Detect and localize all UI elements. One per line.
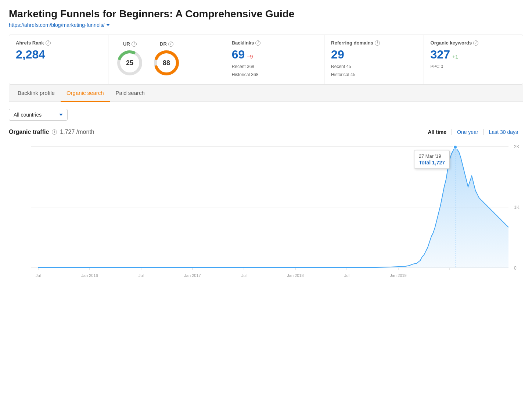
ur-gauge: UR i 25 <box>115 41 144 78</box>
svg-point-30 <box>453 145 457 149</box>
svg-text:Jan 2016: Jan 2016 <box>81 273 98 278</box>
country-select[interactable]: All countries <box>9 109 68 121</box>
svg-text:2K: 2K <box>514 144 520 149</box>
traffic-header: Organic traffic i 1,727 /month All time … <box>9 129 523 135</box>
ahrefs-rank-label: Ahrefs Rank i <box>16 40 101 46</box>
tab-organic-search[interactable]: Organic search <box>61 85 110 102</box>
ahrefs-rank-value: 2,284 <box>16 48 101 61</box>
organic-keywords-label: Organic keywords i <box>431 40 516 46</box>
svg-text:88: 88 <box>163 59 170 67</box>
svg-text:Jul: Jul <box>344 273 349 278</box>
time-filter-last-30-days[interactable]: Last 30 days <box>484 129 523 135</box>
referring-domains-label: Referring domains i <box>331 40 417 46</box>
traffic-label: Organic traffic <box>9 129 49 135</box>
traffic-value: 1,727 /month <box>60 129 94 135</box>
svg-text:Jan 2019: Jan 2019 <box>390 273 406 278</box>
chart-container: 2K 1K 0 Jul Jan 2016 Jul Jan 2017 Jul Ja… <box>9 139 523 279</box>
country-select-label: All countries <box>14 112 42 118</box>
stat-backlinks: Backlinks i 69 −9 Recent 368 Historical … <box>225 35 324 84</box>
backlinks-value: 69 −9 <box>232 48 317 61</box>
svg-text:Jan 2018: Jan 2018 <box>287 273 303 278</box>
dr-info-icon[interactable]: i <box>168 42 173 47</box>
tooltip-total: Total 1,727 <box>419 160 445 165</box>
tabs-bar: Backlink profile Organic search Paid sea… <box>9 85 523 102</box>
page-title: Marketing Funnels for Beginners: A Compr… <box>9 7 523 21</box>
tab-backlink-profile[interactable]: Backlink profile <box>12 85 61 102</box>
dr-gauge-svg: 88 <box>152 48 181 78</box>
svg-text:Jan 2017: Jan 2017 <box>184 273 201 278</box>
url-text: https://ahrefs.com/blog/marketing-funnel… <box>9 22 105 28</box>
backlinks-sub: Recent 368 Historical 368 <box>232 63 317 79</box>
time-filter-one-year[interactable]: One year <box>452 129 484 135</box>
backlinks-label: Backlinks i <box>232 40 317 46</box>
backlinks-info-icon[interactable]: i <box>255 40 260 46</box>
svg-text:Jul: Jul <box>241 273 247 278</box>
time-filter-all-time[interactable]: All time <box>423 129 452 135</box>
svg-text:Jul: Jul <box>36 273 41 278</box>
backlinks-delta: −9 <box>247 54 253 60</box>
referring-domains-sub: Recent 45 Historical 45 <box>331 63 417 79</box>
chart-tooltip: 27 Mar '19 Total 1,727 <box>414 150 450 169</box>
time-filters: All time One year Last 30 days <box>423 129 523 135</box>
tab-paid-search[interactable]: Paid search <box>110 85 151 102</box>
url-chevron-icon <box>106 24 110 26</box>
stat-referring-domains: Referring domains i 29 Recent 45 Histori… <box>324 35 424 84</box>
stat-organic-keywords: Organic keywords i 327 +1 PPC 0 <box>424 35 523 84</box>
organic-keywords-value: 327 +1 <box>431 48 516 61</box>
dr-gauge: DR i 88 <box>152 41 181 78</box>
traffic-info-icon[interactable]: i <box>52 129 57 135</box>
dr-label: DR i <box>160 41 173 47</box>
organic-keywords-sub: PPC 0 <box>431 63 516 71</box>
tooltip-date: 27 Mar '19 <box>419 153 445 159</box>
country-select-chevron-icon <box>59 114 63 116</box>
referring-domains-info-icon[interactable]: i <box>375 40 380 46</box>
referring-domains-value: 29 <box>331 48 417 61</box>
stat-ahrefs-rank: Ahrefs Rank i 2,284 <box>9 35 108 84</box>
ur-gauge-svg: 25 <box>115 48 144 78</box>
svg-text:1K: 1K <box>514 205 520 210</box>
ur-dr-cell: UR i 25 DR i 88 <box>108 35 225 84</box>
ur-label: UR i <box>123 41 137 47</box>
svg-text:0: 0 <box>514 266 517 271</box>
svg-text:25: 25 <box>126 59 133 67</box>
stats-row: Ahrefs Rank i 2,284 UR i 25 DR i <box>9 35 523 84</box>
filter-row: All countries <box>9 102 523 124</box>
svg-text:Jul: Jul <box>139 273 144 278</box>
organic-keywords-info-icon[interactable]: i <box>473 40 478 46</box>
page-url-link[interactable]: https://ahrefs.com/blog/marketing-funnel… <box>9 22 523 28</box>
ur-info-icon[interactable]: i <box>132 42 137 47</box>
organic-keywords-delta: +1 <box>452 54 458 60</box>
ahrefs-rank-info-icon[interactable]: i <box>46 40 51 46</box>
